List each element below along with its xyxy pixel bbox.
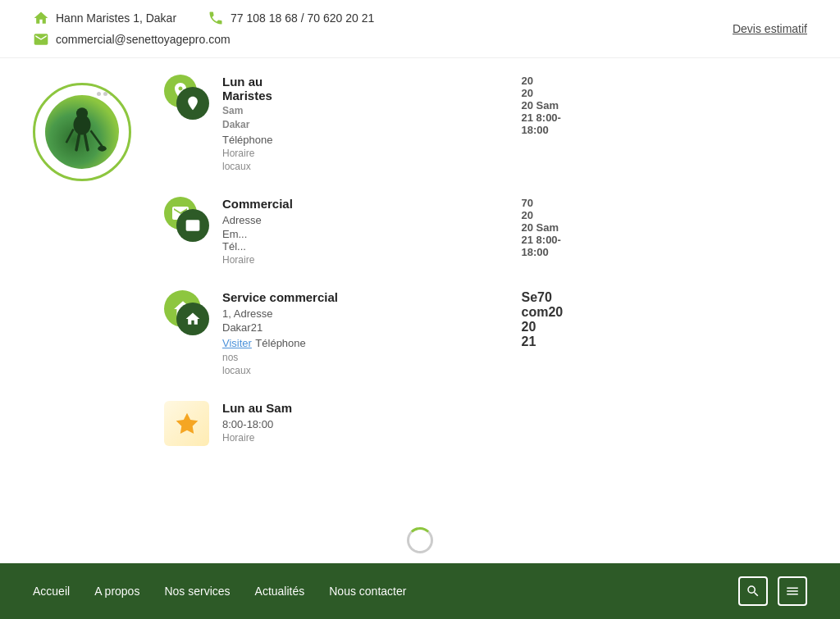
card-info-3: Service commercial 1, Adresse Dakar21 Vi… bbox=[222, 290, 509, 376]
phone-icon bbox=[208, 10, 224, 26]
card-2-email: Em... bbox=[222, 228, 509, 240]
card-2-addr: Adresse bbox=[222, 214, 509, 226]
card-3-link[interactable]: Visiter bbox=[222, 337, 252, 349]
card-row-4: Lun au Sam 8:00-18:00 Horaire bbox=[164, 401, 807, 446]
logo bbox=[33, 83, 131, 181]
card-2-title: Commercial bbox=[222, 197, 509, 211]
card-3-nos: nos bbox=[222, 352, 509, 363]
card-info-1b: 202020 Sam21 8:00-18:00 bbox=[522, 75, 808, 138]
card-2-hours: 702020 Sam21 8:00-18:00 bbox=[522, 197, 808, 258]
address-row: Hann Maristes 1, Dakar 77 108 18 68 / 70… bbox=[33, 10, 374, 26]
svg-line-4 bbox=[66, 130, 74, 143]
nav-services[interactable]: Nos services bbox=[164, 585, 230, 598]
nav-apropos[interactable]: A propos bbox=[94, 585, 139, 598]
top-header: Hann Maristes 1, Dakar 77 108 18 68 / 70… bbox=[0, 0, 840, 58]
card-row-1: Lun auMaristes Sam Dakar Téléphone Horai… bbox=[164, 75, 807, 172]
badge-dark-1 bbox=[176, 87, 209, 120]
card-4-detail: 8:00-18:00 bbox=[222, 418, 807, 430]
card-info-2b: 702020 Sam21 8:00-18:00 bbox=[522, 197, 808, 260]
card-info-3b: Se70com202021 bbox=[522, 290, 808, 349]
footer-nav: Accueil A propos Nos services Actualités… bbox=[0, 563, 840, 619]
card-2-label: Horaire bbox=[222, 254, 509, 266]
nav-actualites[interactable]: Actualités bbox=[255, 585, 305, 598]
card-row-3: Service commercial 1, Adresse Dakar21 Vi… bbox=[164, 290, 807, 376]
card-2-phone: Tél... bbox=[222, 240, 509, 253]
logo-area bbox=[33, 75, 131, 446]
card-3-locaux: locaux bbox=[222, 365, 509, 376]
badge-stack-1 bbox=[164, 75, 209, 120]
card-3-addr2: Dakar21 bbox=[222, 321, 509, 334]
menu-button[interactable] bbox=[778, 576, 807, 606]
card-3-title: Service commercial bbox=[222, 290, 509, 304]
svg-line-6 bbox=[85, 135, 89, 150]
svg-point-3 bbox=[98, 146, 107, 152]
logo-inner bbox=[45, 95, 119, 169]
nav-accueil[interactable]: Accueil bbox=[33, 585, 70, 598]
footer-nav-icons bbox=[738, 576, 807, 606]
loading-spinner bbox=[407, 527, 433, 553]
badge-stack-3 bbox=[164, 290, 209, 335]
email-row: commercial@senettoyagepro.com bbox=[33, 31, 374, 48]
card-1-extra: locaux bbox=[222, 161, 509, 172]
card-1-hours: 202020 Sam21 8:00-18:00 bbox=[522, 75, 808, 136]
card-1-detail: Téléphone bbox=[222, 134, 509, 146]
card-info-1: Lun auMaristes Sam Dakar Téléphone Horai… bbox=[222, 75, 509, 172]
logo-dots bbox=[97, 92, 114, 96]
address-text: Hann Maristes 1, Dakar bbox=[56, 11, 176, 25]
card-info-2: Commercial Adresse Em... Tél... Horaire bbox=[222, 197, 509, 266]
svg-line-2 bbox=[91, 130, 103, 146]
svg-point-1 bbox=[76, 107, 88, 119]
devis-link[interactable]: Devis estimatif bbox=[733, 22, 807, 35]
badge-dark-3 bbox=[176, 303, 209, 335]
card-1-label: Horaire bbox=[222, 148, 509, 159]
card-3-addr1: 1, Adresse bbox=[222, 307, 509, 320]
search-button[interactable] bbox=[738, 576, 768, 606]
card-info-4: Lun au Sam 8:00-18:00 Horaire bbox=[222, 401, 807, 444]
card-row-2: Commercial Adresse Em... Tél... Horaire … bbox=[164, 197, 807, 266]
card-1-title: Lun auMaristes Sam Dakar bbox=[222, 75, 509, 130]
house-icon bbox=[33, 10, 49, 26]
apropos-watermark: Apropos bbox=[98, 529, 193, 555]
badge-stack-2 bbox=[164, 197, 209, 242]
cards-area: Lun auMaristes Sam Dakar Téléphone Horai… bbox=[164, 75, 807, 446]
email-icon bbox=[33, 31, 49, 48]
card-3-numbers: Se70com202021 bbox=[522, 290, 808, 349]
card-4-label: Horaire bbox=[222, 432, 807, 444]
phone-text: 77 108 18 68 / 70 620 20 21 bbox=[231, 11, 374, 25]
badge-dark-2 bbox=[176, 209, 209, 242]
award-icon-box bbox=[164, 401, 209, 446]
contact-info: Hann Maristes 1, Dakar 77 108 18 68 / 70… bbox=[33, 10, 374, 48]
email-text: commercial@senettoyagepro.com bbox=[56, 33, 231, 46]
nav-contact[interactable]: Nous contacter bbox=[329, 585, 406, 598]
spinner-graphic bbox=[407, 527, 433, 553]
svg-line-5 bbox=[76, 135, 80, 150]
main-content: Lun auMaristes Sam Dakar Téléphone Horai… bbox=[0, 58, 840, 462]
card-4-title: Lun au Sam bbox=[222, 401, 807, 415]
footer-nav-items: Accueil A propos Nos services Actualités… bbox=[33, 585, 406, 598]
card-3-phone: Téléphone bbox=[255, 337, 305, 349]
